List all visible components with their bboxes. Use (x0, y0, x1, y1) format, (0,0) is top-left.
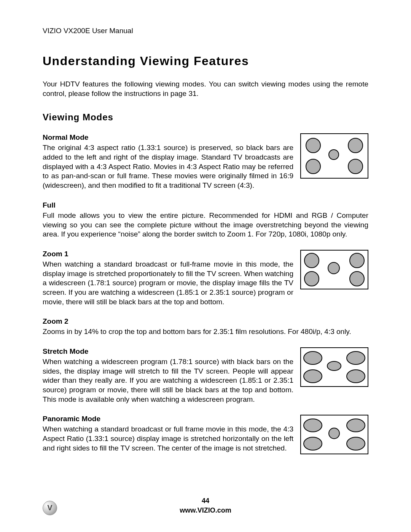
document-header: VIZIO VX200E User Manual (43, 27, 368, 35)
section-body: The original 4:3 aspect ratio (1.33:1 so… (43, 143, 293, 190)
section-text: Panoramic Mode When watching a standard … (43, 415, 293, 453)
section-zoom-2: Zoom 2 Zooms in by 14% to crop the top a… (43, 317, 368, 337)
section-heading: Zoom 2 (43, 317, 368, 326)
section-text: Full Full mode allows you to view the en… (43, 201, 368, 239)
section-heading: Zoom 1 (43, 250, 293, 258)
section-stretch-mode: Stretch Mode When watching a widescreen … (43, 347, 368, 404)
section-text: Normal Mode The original 4:3 aspect rati… (43, 133, 293, 190)
section-body: When watching a standard broadcast or fu… (43, 260, 293, 307)
section-heading: Stretch Mode (43, 347, 293, 356)
section-body: Zooms in by 14% to crop the top and bott… (43, 327, 368, 337)
section-body: When watching a widescreen program (1.78… (43, 357, 293, 404)
section-heading: Full (43, 201, 368, 209)
section-heading: Normal Mode (43, 133, 293, 142)
section-body: Full mode allows you to view the entire … (43, 211, 368, 239)
manual-page: VIZIO VX200E User Manual Understanding V… (0, 0, 411, 532)
section-text: Stretch Mode When watching a widescreen … (43, 347, 293, 404)
vizio-logo-icon: V (43, 501, 57, 515)
footer-center: 44 www.VIZIO.com (0, 497, 411, 514)
page-title: Understanding Viewing Features (43, 54, 368, 68)
section-normal-mode: Normal Mode The original 4:3 aspect rati… (43, 133, 368, 190)
section-panoramic-mode: Panoramic Mode When watching a standard … (43, 415, 368, 454)
footer-url: www.VIZIO.com (180, 506, 231, 514)
page-footer: V 44 www.VIZIO.com (0, 497, 411, 514)
intro-paragraph: Your HDTV features the following viewing… (43, 80, 368, 98)
normal-mode-illustration (300, 133, 368, 179)
section-full: Full Full mode allows you to view the en… (43, 201, 368, 239)
section-body: When watching a standard broadcast or fu… (43, 425, 293, 453)
section-zoom-1: Zoom 1 When watching a standard broadcas… (43, 250, 368, 307)
zoom1-illustration (300, 250, 368, 289)
page-number: 44 (0, 497, 411, 505)
section-text: Zoom 2 Zooms in by 14% to crop the top a… (43, 317, 368, 337)
panoramic-mode-illustration (300, 415, 368, 454)
section-subtitle: Viewing Modes (43, 112, 368, 123)
stretch-mode-illustration (300, 347, 368, 387)
section-text: Zoom 1 When watching a standard broadcas… (43, 250, 293, 307)
section-heading: Panoramic Mode (43, 415, 293, 423)
